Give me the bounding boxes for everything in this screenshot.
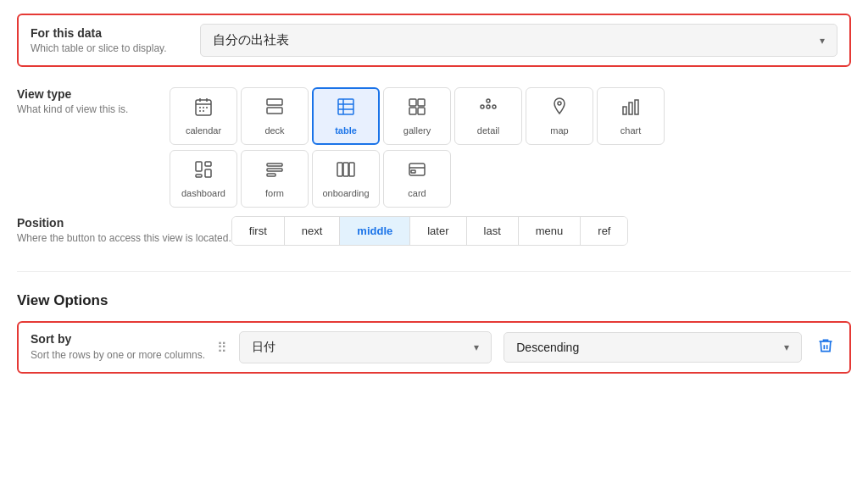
view-type-subtitle: What kind of view this is. <box>17 103 170 115</box>
map-icon <box>549 97 570 120</box>
position-section: Position Where the button to access this… <box>17 216 851 272</box>
position-subtitle: Where the button to access this view is … <box>17 232 231 244</box>
sort-by-row: Sort by Sort the rows by one or more col… <box>17 321 851 374</box>
view-options-section: View Options Sort by Sort the rows by on… <box>17 292 851 374</box>
svg-rect-34 <box>337 163 342 176</box>
position-label: Position Where the button to access this… <box>17 216 231 254</box>
view-type-detail-label: detail <box>477 125 499 136</box>
view-type-form[interactable]: form <box>241 150 309 208</box>
delete-sort-button[interactable] <box>814 334 837 362</box>
drag-handle-icon[interactable]: ⠿ <box>217 340 227 356</box>
view-type-chart[interactable]: chart <box>597 87 665 145</box>
svg-rect-27 <box>196 162 202 171</box>
for-data-title: For this data <box>31 26 183 40</box>
svg-rect-25 <box>629 103 632 114</box>
for-data-label: For this data Which table or slice to di… <box>31 26 183 54</box>
sort-column-select[interactable]: 日付 ▾ <box>239 331 492 363</box>
svg-rect-32 <box>267 169 282 171</box>
svg-rect-36 <box>349 163 354 176</box>
svg-point-23 <box>558 102 561 105</box>
view-type-onboarding[interactable]: onboarding <box>312 150 380 208</box>
svg-rect-17 <box>409 108 416 114</box>
view-options-title: View Options <box>17 292 851 309</box>
svg-rect-9 <box>267 99 282 105</box>
view-type-label: View type What kind of view this is. <box>17 87 170 125</box>
view-type-title: View type <box>17 87 170 101</box>
for-data-subtitle: Which table or slice to display. <box>31 42 183 54</box>
svg-rect-39 <box>411 170 415 173</box>
view-type-gallery-label: gallery <box>403 125 431 136</box>
svg-point-21 <box>481 105 484 108</box>
svg-rect-26 <box>635 100 638 114</box>
svg-rect-28 <box>205 162 211 166</box>
position-btn-next[interactable]: next <box>285 217 341 245</box>
svg-rect-16 <box>418 99 425 106</box>
position-btn-menu[interactable]: menu <box>519 217 581 245</box>
view-type-onboarding-label: onboarding <box>322 188 369 198</box>
detail-icon <box>478 97 498 120</box>
position-buttons: first next middle later last menu ref <box>231 216 629 246</box>
form-icon <box>264 159 285 183</box>
for-data-value: 自分の出社表 <box>213 32 289 48</box>
svg-point-20 <box>487 105 490 108</box>
view-type-calendar-label: calendar <box>186 125 221 136</box>
view-type-dashboard-label: dashboard <box>181 188 225 198</box>
view-type-gallery[interactable]: gallery <box>383 87 451 145</box>
svg-rect-24 <box>623 107 626 114</box>
view-type-form-label: form <box>265 188 284 198</box>
view-type-table-label: table <box>335 125 357 136</box>
view-type-chart-label: chart <box>620 125 641 136</box>
view-type-row1: calendar deck table galler <box>170 87 665 145</box>
svg-rect-31 <box>267 164 282 166</box>
view-type-detail[interactable]: detail <box>454 87 522 145</box>
svg-rect-37 <box>409 164 425 175</box>
svg-rect-29 <box>196 175 202 177</box>
position-title: Position <box>17 216 231 230</box>
sort-column-arrow-icon: ▾ <box>474 341 479 353</box>
view-type-map-label: map <box>550 125 568 136</box>
view-type-deck[interactable]: deck <box>241 87 309 145</box>
for-data-section: For this data Which table or slice to di… <box>17 14 851 67</box>
svg-point-22 <box>492 105 496 108</box>
svg-rect-15 <box>409 99 416 106</box>
chart-icon <box>620 97 641 120</box>
position-btn-first[interactable]: first <box>232 217 285 245</box>
sort-by-subtitle: Sort the rows by one or more columns. <box>31 348 205 363</box>
gallery-icon <box>407 97 427 120</box>
table-icon <box>336 97 356 120</box>
view-type-card-label: card <box>408 188 426 198</box>
chevron-down-icon: ▾ <box>820 35 825 47</box>
card-icon <box>407 159 427 183</box>
position-btn-ref[interactable]: ref <box>581 217 627 245</box>
position-btn-last[interactable]: last <box>467 217 519 245</box>
view-type-map[interactable]: map <box>526 87 593 145</box>
dashboard-icon <box>193 159 214 183</box>
view-type-card[interactable]: card <box>383 150 451 208</box>
svg-rect-10 <box>267 108 282 114</box>
view-type-deck-label: deck <box>264 125 284 136</box>
sort-by-title: Sort by <box>31 332 205 346</box>
view-type-calendar[interactable]: calendar <box>170 87 237 145</box>
deck-icon <box>264 97 285 120</box>
svg-rect-35 <box>343 163 348 176</box>
svg-rect-33 <box>267 174 275 176</box>
onboarding-icon <box>336 159 356 183</box>
sort-order-select[interactable]: Descending ▾ <box>504 332 802 363</box>
position-btn-later[interactable]: later <box>410 217 466 245</box>
view-type-row2: dashboard form onboarding <box>170 150 665 208</box>
for-data-select[interactable]: 自分の出社表 ▾ <box>200 24 837 57</box>
view-type-grid: calendar deck table galler <box>170 87 665 208</box>
sort-order-arrow-icon: ▾ <box>784 341 789 353</box>
position-btn-middle[interactable]: middle <box>340 217 410 245</box>
svg-rect-18 <box>418 108 425 114</box>
svg-rect-30 <box>205 169 211 177</box>
svg-point-19 <box>487 99 490 103</box>
sort-column-value: 日付 <box>252 340 275 355</box>
calendar-icon <box>193 97 214 120</box>
view-type-table[interactable]: table <box>312 87 380 145</box>
view-type-section: View type What kind of view this is. cal… <box>17 87 851 208</box>
sort-order-value: Descending <box>516 341 579 354</box>
sort-by-label: Sort by Sort the rows by one or more col… <box>31 332 205 363</box>
svg-rect-11 <box>338 99 353 114</box>
view-type-dashboard[interactable]: dashboard <box>170 150 237 208</box>
